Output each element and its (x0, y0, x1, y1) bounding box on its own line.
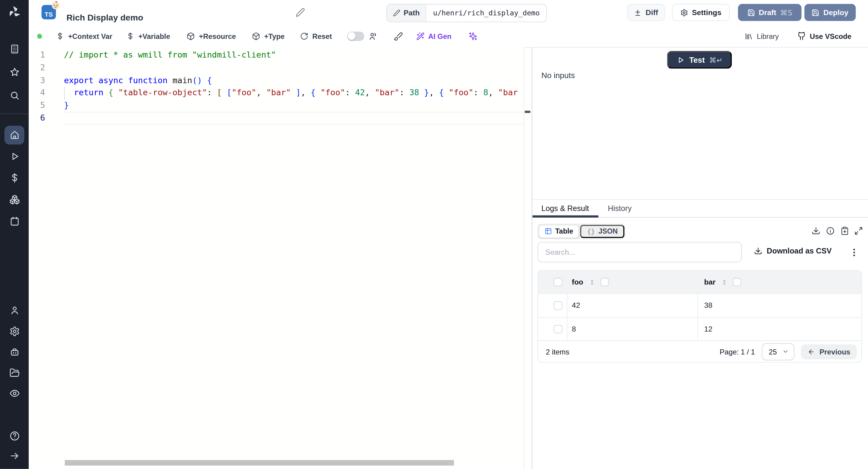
add-context-var-button[interactable]: +Context Var (56, 32, 113, 40)
test-button[interactable]: Test ⌘↵ (667, 51, 732, 69)
table-body: 42 38 8 12 (538, 293, 861, 340)
copy-result-button[interactable] (840, 226, 849, 235)
cell-bar: 12 (704, 325, 712, 333)
sidebar-item-dollar[interactable] (4, 173, 24, 183)
info-icon (826, 226, 835, 235)
select-all-checkbox[interactable] (554, 278, 562, 286)
path-label: Path (387, 4, 427, 22)
no-inputs-text: No inputs (541, 71, 575, 80)
code-line-5[interactable]: } (64, 99, 523, 112)
sidebar-item-eye[interactable] (4, 388, 24, 399)
draft-shortcut: ⌘S (780, 8, 792, 17)
add-variable-button[interactable]: +Variable (126, 32, 170, 40)
library-button[interactable]: Library (745, 32, 779, 40)
code-line-1[interactable]: // import * as wmill from "windmill-clie… (64, 49, 523, 61)
status-dot (37, 33, 42, 39)
cell-foo: 42 (572, 302, 580, 310)
package-icon (187, 32, 195, 40)
sparkles-button[interactable] (469, 31, 478, 41)
sidebar-item-arrow-right[interactable] (4, 450, 24, 461)
library-icon (745, 32, 753, 40)
use-vscode-button[interactable]: Use VScode (797, 32, 851, 40)
view-mode-table[interactable]: Table (538, 225, 579, 238)
expand-result-button[interactable] (854, 226, 863, 235)
download-csv-button[interactable]: Download as CSV (754, 247, 832, 255)
code-line-3[interactable]: export async function main() { (64, 74, 523, 87)
table-menu-kebab-icon[interactable] (849, 247, 859, 257)
download-result-button[interactable] (812, 226, 820, 235)
column-checkbox[interactable] (733, 278, 741, 286)
clipboard-copy-icon (840, 226, 849, 235)
add-type-button[interactable]: +Type (252, 32, 284, 40)
sidebar-item-play[interactable] (4, 151, 24, 162)
path-field-group[interactable]: Path u/henri/rich_display_demo (386, 4, 547, 22)
path-value[interactable]: u/henri/rich_display_demo (427, 4, 547, 22)
folder-open-icon (9, 368, 20, 378)
sort-icon[interactable] (589, 278, 595, 286)
format-code-button[interactable] (393, 31, 403, 41)
help-icon (9, 431, 20, 441)
download-icon (812, 226, 820, 235)
sidebar-group-bottom (0, 300, 29, 404)
table-icon (545, 227, 552, 235)
sidebar-item-robot[interactable] (4, 347, 24, 357)
column-checkbox[interactable] (600, 278, 609, 286)
line-number-5: 5 (29, 99, 64, 112)
table-row[interactable]: 8 12 (538, 317, 861, 341)
sidebar-item-user[interactable] (4, 305, 24, 316)
sidebar-group-footer (0, 426, 29, 465)
code-line-2[interactable] (64, 61, 523, 74)
deploy-button[interactable]: Deploy (804, 4, 856, 21)
sidebar-item-calendar[interactable] (4, 216, 24, 226)
save-icon (747, 8, 755, 16)
sidebar-item-folder-open[interactable] (4, 368, 24, 378)
row-checkbox[interactable] (554, 324, 562, 333)
sidebar-item-gear[interactable] (4, 326, 24, 336)
sidebar-item-star[interactable] (4, 67, 24, 77)
sidebar-item-home[interactable] (4, 125, 24, 144)
multiplayer-toggle[interactable] (347, 31, 364, 41)
result-info-button[interactable] (826, 226, 835, 235)
view-mode-json[interactable]: {}JSON (581, 225, 624, 238)
sparkles-icon (469, 31, 478, 41)
code-editor[interactable]: 123456 // import * as wmill from "windmi… (29, 47, 523, 469)
diff-button[interactable]: Diff (627, 4, 665, 21)
sidebar-item-help[interactable] (4, 431, 24, 441)
sidebar-item-cubes[interactable] (4, 194, 24, 205)
ai-gen-button[interactable]: AI Gen (416, 32, 451, 40)
editor-gutter: 123456 (29, 47, 64, 469)
search-icon (9, 90, 20, 100)
braces-icon: {} (587, 227, 595, 235)
reset-button[interactable]: Reset (300, 32, 332, 40)
editor-code-area[interactable]: // import * as wmill from "windmill-clie… (64, 47, 523, 469)
table-search-input[interactable] (537, 242, 742, 262)
windmill-script-editor: TS Rich Display demo Path u/henri/rich_d… (0, 0, 868, 469)
code-line-6[interactable] (64, 112, 523, 124)
toggle-knob (348, 32, 355, 40)
previous-page-button[interactable]: Previous (801, 344, 857, 359)
sidebar-item-building-grid[interactable] (4, 43, 24, 54)
line-number-2: 2 (29, 61, 64, 74)
add-resource-button[interactable]: +Resource (187, 32, 236, 40)
sort-icon[interactable] (721, 278, 727, 286)
multiplayer-users-button[interactable] (368, 31, 378, 41)
edit-summary-pencil-icon[interactable] (296, 7, 307, 18)
tab-logs-result[interactable]: Logs & Result (541, 205, 589, 213)
code-line-4[interactable]: return { "table-row-object": [ ["foo", "… (64, 87, 523, 99)
settings-button[interactable]: Settings (672, 4, 730, 21)
table-row[interactable]: 42 38 (538, 293, 861, 317)
line-number-3: 3 (29, 74, 64, 87)
tab-history[interactable]: History (608, 205, 632, 213)
draft-button[interactable]: Draft ⌘S (738, 4, 801, 21)
sidebar-divider (0, 114, 29, 114)
diff-icon (634, 8, 642, 16)
editor-horizontal-scrollbar[interactable] (65, 460, 454, 465)
magic-wand-icon (416, 32, 424, 40)
row-checkbox[interactable] (554, 301, 562, 310)
page-size-select[interactable]: 25 (762, 343, 795, 360)
editor-panel-divider[interactable] (531, 47, 532, 469)
chevron-down-icon (782, 348, 789, 355)
windmill-logo[interactable] (7, 5, 22, 20)
sidebar-item-search[interactable] (4, 90, 24, 100)
calendar-icon (9, 216, 20, 226)
